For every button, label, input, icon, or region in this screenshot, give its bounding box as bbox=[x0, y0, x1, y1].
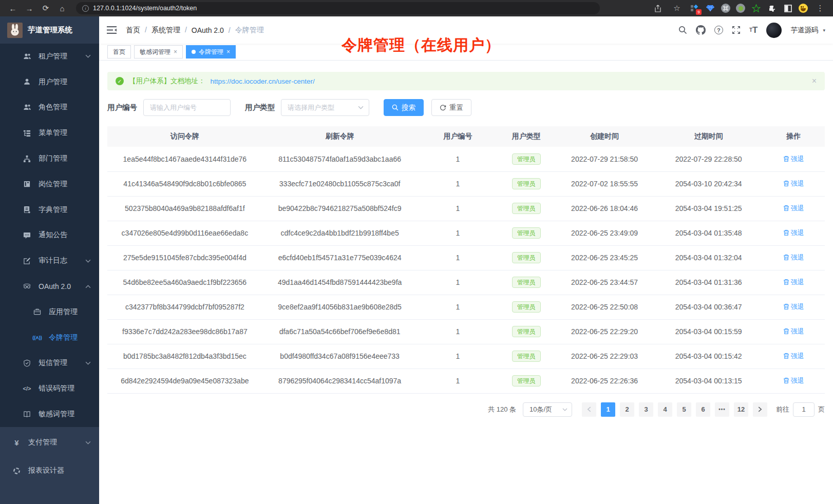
sidebar-item-menu[interactable]: 菜单管理 bbox=[0, 120, 99, 146]
force-logout-button[interactable]: 强退 bbox=[783, 327, 804, 336]
user-menu-caret-icon[interactable]: ▾ bbox=[823, 28, 825, 33]
sidebar-item-oauth2-app[interactable]: 应用管理 bbox=[0, 299, 99, 325]
tree-list-icon bbox=[23, 129, 31, 138]
tab-token[interactable]: 令牌管理 × bbox=[186, 45, 236, 59]
sidebar-item-error-code[interactable]: </> 错误码管理 bbox=[0, 376, 99, 401]
page-button-4[interactable]: 4 bbox=[658, 402, 672, 417]
browser-menu-icon[interactable]: ⋮ bbox=[813, 2, 827, 14]
breadcrumb-home[interactable]: 首页 bbox=[126, 26, 152, 35]
force-logout-button[interactable]: 强退 bbox=[783, 352, 804, 361]
browser-back-icon[interactable]: ← bbox=[6, 2, 20, 14]
tab-close-icon[interactable]: × bbox=[226, 48, 230, 55]
user-type-badge: 管理员 bbox=[512, 227, 541, 239]
sidebar-item-sms[interactable]: 短信管理 bbox=[0, 351, 99, 376]
sidebar-item-dept[interactable]: 部门管理 bbox=[0, 146, 99, 171]
breadcrumb-oauth2[interactable]: OAuth 2.0 bbox=[192, 26, 235, 34]
user-type-select[interactable]: 请选择用户类型 bbox=[281, 99, 369, 116]
page-size-select[interactable]: 10条/页 bbox=[523, 402, 572, 417]
sidebar-item-role[interactable]: 角色管理 bbox=[0, 95, 99, 121]
force-logout-button[interactable]: 强退 bbox=[783, 179, 804, 188]
sidebar-item-oauth2-token[interactable]: ((A)) 令牌管理 bbox=[0, 325, 99, 351]
page-button-5[interactable]: 5 bbox=[677, 402, 691, 417]
page-button-1[interactable]: 1 bbox=[601, 402, 615, 417]
extension-split-icon[interactable] bbox=[783, 3, 793, 13]
filter-bar: 用户编号 用户类型 请选择用户类型 搜索 重置 bbox=[107, 99, 825, 116]
tab-sensitive-word[interactable]: 敏感词管理 × bbox=[134, 45, 183, 59]
address-bar[interactable]: i 127.0.0.1:1024/system/oauth2/token bbox=[76, 2, 600, 14]
sidebar-item-pay[interactable]: ¥ 支付管理 bbox=[0, 429, 99, 457]
sidebar-item-user[interactable]: 用户管理 bbox=[0, 69, 99, 95]
github-icon[interactable] bbox=[696, 25, 706, 35]
browser-chrome: ← → ⟳ ⌂ i 127.0.0.1:1024/system/oauth2/t… bbox=[0, 0, 833, 16]
table-header-row: 访问令牌 刷新令牌 用户编号 用户类型 创建时间 过期时间 操作 bbox=[107, 126, 825, 147]
force-logout-button[interactable]: 强退 bbox=[783, 154, 804, 164]
reset-button[interactable]: 重置 bbox=[431, 99, 471, 116]
search-icon[interactable] bbox=[678, 26, 687, 34]
app-logo[interactable]: 芋道管理系统 bbox=[0, 16, 99, 44]
user-type-badge: 管理员 bbox=[512, 326, 541, 337]
user-type-badge: 管理员 bbox=[512, 153, 541, 165]
goto-page-input[interactable] bbox=[793, 402, 815, 417]
tab-home[interactable]: 首页 bbox=[107, 45, 131, 59]
sidebar-item-sensitive-word[interactable]: 敏感词管理 bbox=[0, 401, 99, 427]
prev-page-button[interactable] bbox=[582, 402, 596, 417]
cell-expires: 2054-03-04 00:15:59 bbox=[655, 319, 763, 344]
bookmark-star-icon[interactable]: ☆ bbox=[670, 2, 684, 14]
extension-star-icon[interactable] bbox=[751, 3, 761, 13]
sidebar-item-notice[interactable]: 通知公告 bbox=[0, 223, 99, 248]
font-size-icon[interactable]: TT bbox=[749, 25, 758, 35]
search-button[interactable]: 搜索 bbox=[384, 99, 424, 116]
extension-command-icon[interactable] bbox=[721, 4, 730, 13]
fullscreen-icon[interactable] bbox=[732, 26, 741, 34]
sidebar-item-audit-log[interactable]: 审计日志 bbox=[0, 248, 99, 274]
breadcrumb-system[interactable]: 系统管理 bbox=[152, 26, 192, 35]
cell-created: 2022-07-02 18:55:55 bbox=[554, 171, 655, 196]
sidebar-item-tenant[interactable]: 租户管理 bbox=[0, 44, 99, 69]
sidebar-item-dict[interactable]: 字典管理 bbox=[0, 197, 99, 223]
browser-home-icon[interactable]: ⌂ bbox=[55, 2, 69, 14]
cell-user-id: 1 bbox=[418, 196, 499, 221]
page-button-6[interactable]: 6 bbox=[696, 402, 710, 417]
sidebar-item-oauth2[interactable]: OAuth 2.0 bbox=[0, 274, 99, 299]
browser-reload-icon[interactable]: ⟳ bbox=[39, 2, 52, 14]
extension-monkey-icon[interactable]: 9 bbox=[689, 3, 699, 13]
goto-label: 前往 bbox=[776, 405, 789, 414]
search-icon bbox=[392, 104, 399, 111]
next-page-button[interactable] bbox=[753, 402, 767, 417]
alert-close-icon[interactable]: × bbox=[812, 76, 817, 86]
extension-puzzle-icon[interactable] bbox=[767, 3, 777, 13]
tab-close-icon[interactable]: × bbox=[174, 48, 177, 55]
sidebar-item-report-designer[interactable]: 报表设计器 bbox=[0, 457, 99, 485]
force-logout-button[interactable]: 强退 bbox=[783, 204, 804, 213]
cell-access-token: f9336e7c7dd242a283ee98dc86b17a87 bbox=[107, 319, 262, 344]
user-id-input[interactable] bbox=[143, 99, 231, 116]
collapse-sidebar-icon[interactable] bbox=[107, 26, 117, 34]
page-button-12[interactable]: 12 bbox=[734, 402, 748, 417]
profile-emoji-icon[interactable] bbox=[799, 4, 808, 13]
sidebar-item-label: 审计日志 bbox=[39, 256, 67, 265]
page-button-2[interactable]: 2 bbox=[620, 402, 634, 417]
force-logout-button[interactable]: 强退 bbox=[783, 302, 804, 312]
user-id-label: 用户编号 bbox=[107, 103, 137, 112]
site-info-icon[interactable]: i bbox=[82, 5, 89, 12]
share-icon[interactable] bbox=[651, 2, 665, 14]
tab-bar: 首页 敏感词管理 × 令牌管理 × bbox=[99, 44, 833, 61]
browser-forward-icon[interactable]: → bbox=[23, 2, 36, 14]
more-pages-button[interactable]: ••• bbox=[715, 402, 729, 417]
force-logout-button[interactable]: 强退 bbox=[783, 278, 804, 287]
user-avatar[interactable] bbox=[766, 23, 782, 38]
force-logout-button[interactable]: 强退 bbox=[783, 253, 804, 262]
doc-link[interactable]: https://doc.iocoder.cn/user-center/ bbox=[211, 77, 315, 85]
user-name[interactable]: 芋道源码 bbox=[790, 26, 818, 35]
sidebar-item-post[interactable]: 岗位管理 bbox=[0, 171, 99, 197]
sidebar-item-label: 应用管理 bbox=[49, 307, 78, 317]
force-logout-button[interactable]: 强退 bbox=[783, 376, 804, 385]
cell-user-id: 1 bbox=[418, 221, 499, 245]
page-button-3[interactable]: 3 bbox=[639, 402, 653, 417]
table-row: 41c41346a548490f9dc8b01c6bfe0865333ecfc7… bbox=[107, 171, 825, 196]
sidebar-item-label: 用户管理 bbox=[39, 77, 67, 87]
extension-gem-icon[interactable] bbox=[705, 3, 715, 13]
help-icon[interactable]: ? bbox=[714, 26, 723, 34]
extension-recorder-icon[interactable] bbox=[736, 4, 745, 13]
force-logout-button[interactable]: 强退 bbox=[783, 228, 804, 238]
